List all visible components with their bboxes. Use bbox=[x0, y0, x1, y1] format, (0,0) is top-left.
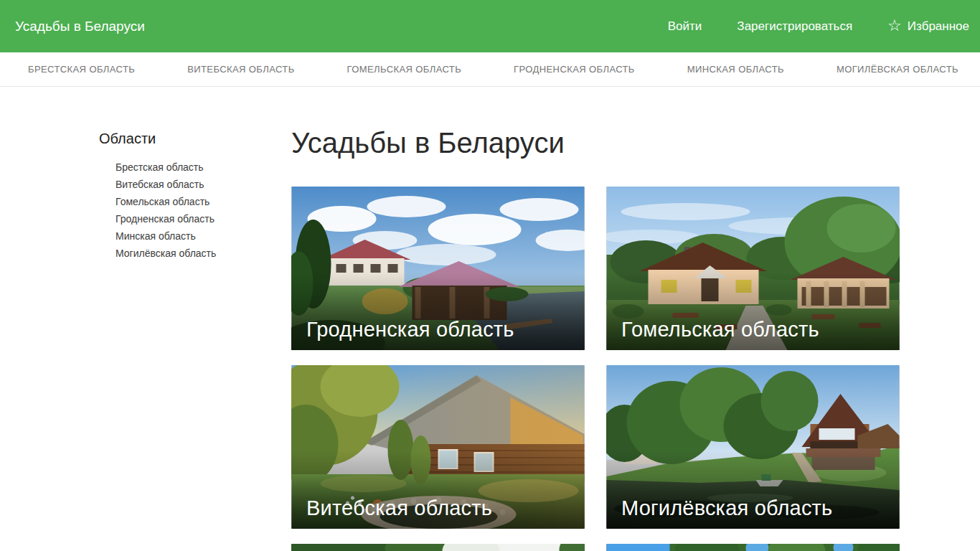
card-grodno-region[interactable]: Гродненская область bbox=[291, 187, 585, 350]
star-outline-icon: ☆ bbox=[887, 18, 902, 34]
sidebar-item-mogilev[interactable]: Могилёвская область bbox=[116, 245, 291, 262]
card-gomel-region[interactable]: Гомельская область bbox=[606, 187, 900, 350]
sidebar-item-gomel[interactable]: Гомельская область bbox=[116, 193, 291, 210]
content-area: Области Брестская область Витебская обла… bbox=[0, 87, 980, 551]
card-caption: Витебская область bbox=[306, 496, 492, 520]
card-caption: Гродненская область bbox=[306, 318, 514, 342]
nav-item-mogilev[interactable]: МОГИЛЁВСКАЯ ОБЛАСТЬ bbox=[837, 64, 958, 75]
register-link[interactable]: Зарегистрироваться bbox=[737, 19, 852, 34]
page-title: Усадьбы в Беларуси bbox=[291, 126, 900, 160]
trees-sky-photo bbox=[291, 544, 585, 551]
region-nav: БРЕСТСКАЯ ОБЛАСТЬ ВИТЕБСКАЯ ОБЛАСТЬ ГОМЕ… bbox=[0, 52, 980, 87]
header-actions: Войти Зарегистрироваться ☆ Избранное bbox=[668, 19, 969, 34]
card-region-partial-right[interactable] bbox=[606, 544, 900, 551]
sidebar-title: Области bbox=[99, 131, 291, 147]
blue-sky-trees-photo bbox=[606, 544, 900, 551]
brand-title[interactable]: Усадьбы в Беларуси bbox=[15, 19, 145, 34]
nav-item-vitebsk[interactable]: ВИТЕБСКАЯ ОБЛАСТЬ bbox=[187, 64, 294, 75]
sidebar: Области Брестская область Витебская обла… bbox=[99, 131, 291, 551]
sidebar-item-grodno[interactable]: Гродненская область bbox=[116, 210, 291, 227]
card-caption: Гомельская область bbox=[621, 318, 819, 342]
card-mogilev-region[interactable]: Могилёвская область bbox=[606, 365, 900, 529]
region-cards-grid: Гродненская область bbox=[291, 187, 900, 551]
favorites-label: Избранное bbox=[908, 19, 969, 34]
nav-item-grodno[interactable]: ГРОДНЕНСКАЯ ОБЛАСТЬ bbox=[514, 64, 635, 75]
app-header: Усадьбы в Беларуси Войти Зарегистрироват… bbox=[0, 0, 980, 52]
card-vitebsk-region[interactable]: Витебская область bbox=[291, 365, 585, 529]
page: { "header": { "brand": "Усадьбы в Белару… bbox=[0, 0, 980, 551]
nav-item-minsk[interactable]: МИНСКАЯ ОБЛАСТЬ bbox=[687, 64, 784, 75]
sidebar-item-vitebsk[interactable]: Витебская область bbox=[116, 176, 291, 193]
card-region-partial-left[interactable] bbox=[291, 544, 585, 551]
main-content: Усадьбы в Беларуси bbox=[291, 131, 900, 551]
nav-item-brest[interactable]: БРЕСТСКАЯ ОБЛАСТЬ bbox=[28, 64, 135, 75]
login-link[interactable]: Войти bbox=[668, 19, 702, 34]
card-caption: Могилёвская область bbox=[621, 496, 832, 520]
favorites-link[interactable]: ☆ Избранное bbox=[887, 19, 969, 34]
sidebar-item-brest[interactable]: Брестская область bbox=[116, 159, 291, 176]
nav-item-gomel[interactable]: ГОМЕЛЬСКАЯ ОБЛАСТЬ bbox=[347, 64, 462, 75]
sidebar-item-minsk[interactable]: Минская область bbox=[116, 227, 291, 245]
sidebar-region-list: Брестская область Витебская область Гоме… bbox=[99, 159, 291, 262]
